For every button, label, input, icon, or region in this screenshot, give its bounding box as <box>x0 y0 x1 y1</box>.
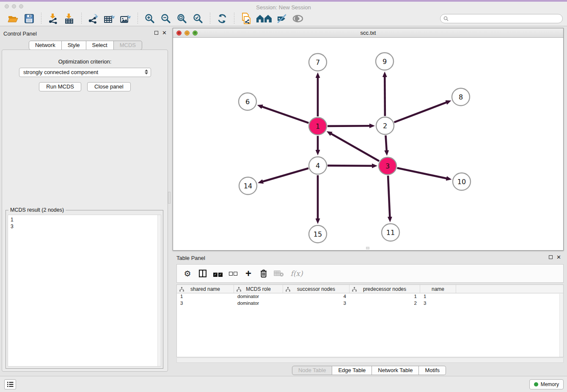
import-network-button[interactable] <box>47 12 60 25</box>
cell-name[interactable]: 1 <box>420 293 456 300</box>
tab-select[interactable]: Select <box>86 41 114 50</box>
hide-labels-button[interactable] <box>275 12 289 25</box>
node-15[interactable]: 15 <box>309 226 327 243</box>
close-panel-button[interactable]: Close panel <box>87 82 131 91</box>
app-window: Session: New Session <box>0 0 567 392</box>
memory-status-icon <box>534 382 538 386</box>
zoom-out-button[interactable] <box>159 12 173 25</box>
node-10[interactable]: 10 <box>453 173 471 190</box>
tab-mcds[interactable]: MCDS <box>114 41 142 50</box>
node-9[interactable]: 9 <box>376 53 394 70</box>
open-session-button[interactable] <box>6 12 20 25</box>
cell-mcds-role[interactable]: dominator <box>234 300 283 307</box>
column-header-predecessor-nodes[interactable]: predecessor nodes <box>350 285 420 293</box>
edge-1-6[interactable] <box>261 107 308 123</box>
toggle-column-panel-button[interactable] <box>196 267 209 280</box>
edge-1-2[interactable] <box>328 126 370 126</box>
table-row[interactable]: 3dominator323 <box>177 300 563 307</box>
export-network-button[interactable] <box>87 12 100 25</box>
cell-name[interactable]: 3 <box>420 300 456 307</box>
close-table-panel-icon[interactable]: ✕ <box>556 254 561 260</box>
select-all-columns-button[interactable]: ✓✓ <box>212 267 224 280</box>
node-label: 2 <box>383 122 387 130</box>
edge-4-14[interactable] <box>262 168 308 182</box>
tab-style[interactable]: Style <box>62 41 86 50</box>
edge-4-3[interactable] <box>328 166 373 166</box>
node-7[interactable]: 7 <box>309 54 327 71</box>
cell-successor-nodes[interactable]: 4 <box>283 293 350 300</box>
search-input[interactable] <box>440 14 563 23</box>
node-14[interactable]: 14 <box>239 177 257 195</box>
node-1[interactable]: 1 <box>309 118 327 135</box>
delete-table-button[interactable] <box>272 267 285 280</box>
cell-shared-name[interactable]: 1 <box>177 293 234 300</box>
cell-predecessor-nodes[interactable]: 2 <box>350 300 420 307</box>
tab-network-table[interactable]: Network Table <box>372 366 419 375</box>
add-column-button[interactable]: + <box>242 267 255 280</box>
edge-3-1[interactable] <box>330 133 379 161</box>
edge-2-8[interactable] <box>394 102 447 122</box>
run-mcds-button[interactable]: Run MCDS <box>39 82 81 91</box>
deselect-all-columns-button[interactable] <box>227 267 239 280</box>
new-network-from-selection-button[interactable] <box>239 12 253 25</box>
node-table: shared nameMCDS rolesuccessor nodesprede… <box>176 284 564 357</box>
tab-network[interactable]: Network <box>29 41 62 50</box>
edge-3-11[interactable] <box>388 176 390 218</box>
node-8[interactable]: 8 <box>452 88 470 106</box>
app-titlebar[interactable]: Session: New Session <box>0 2 567 11</box>
list-icon <box>7 381 14 387</box>
float-table-panel-icon[interactable] <box>549 255 553 259</box>
node-3[interactable]: 3 <box>379 157 396 175</box>
node-4[interactable]: 4 <box>309 157 327 174</box>
zoom-fit-button[interactable] <box>175 12 189 25</box>
edge-2-9[interactable] <box>385 76 385 116</box>
export-image-icon <box>120 13 132 24</box>
task-history-button[interactable] <box>4 379 16 389</box>
zoom-in-button[interactable] <box>143 12 157 25</box>
panel-splitter-grip[interactable] <box>168 192 171 204</box>
export-table-button[interactable] <box>103 12 116 25</box>
table-scrollbar[interactable] <box>559 294 563 357</box>
edge-3-10[interactable] <box>397 168 447 179</box>
tab-motifs[interactable]: Motifs <box>419 366 446 375</box>
tab-edge-table[interactable]: Edge Table <box>332 366 372 375</box>
network-window-titlebar[interactable]: × − + scc.txt <box>173 28 563 38</box>
node-6[interactable]: 6 <box>239 93 256 110</box>
zoom-selected-button[interactable] <box>191 12 205 25</box>
cell-successor-nodes[interactable]: 3 <box>283 300 350 307</box>
tab-node-table[interactable]: Node Table <box>292 366 333 375</box>
node-11[interactable]: 11 <box>382 224 399 241</box>
criterion-dropdown[interactable]: strongly connected component <box>19 68 151 77</box>
mcds-result-area[interactable]: 1 3 <box>8 215 161 367</box>
export-image-button[interactable] <box>119 12 132 25</box>
apply-layout-button[interactable] <box>215 12 229 25</box>
column-header-name[interactable]: name <box>420 285 456 293</box>
show-graphics-details-button[interactable] <box>291 12 305 25</box>
delete-column-button[interactable] <box>257 267 270 280</box>
edge-2-3[interactable] <box>385 135 386 151</box>
memory-button[interactable]: Memory <box>529 379 564 389</box>
table-hscroll-track[interactable] <box>176 358 564 363</box>
network-canvas[interactable]: 1234678910111415 <box>173 38 563 251</box>
network-resize-grip[interactable] <box>366 247 369 249</box>
save-session-button[interactable] <box>22 12 36 25</box>
column-header-shared-name[interactable]: shared name <box>177 285 234 293</box>
first-neighbors-button[interactable] <box>256 12 272 25</box>
column-header-label: name <box>432 286 444 292</box>
table-settings-button[interactable]: ⚙ <box>181 267 194 280</box>
cell-shared-name[interactable]: 3 <box>177 300 234 307</box>
node-label: 10 <box>457 178 466 186</box>
node-2[interactable]: 2 <box>376 117 394 135</box>
cell-mcds-role[interactable]: dominator <box>234 293 283 300</box>
float-panel-icon[interactable] <box>154 31 158 35</box>
import-table-button[interactable] <box>63 12 76 25</box>
cell-predecessor-nodes[interactable]: 1 <box>350 293 420 300</box>
function-builder-button[interactable]: f(x) <box>288 267 306 280</box>
node-label: 14 <box>244 182 252 190</box>
close-panel-icon[interactable]: ✕ <box>162 30 167 36</box>
table-panel: Table Panel ✕ ⚙ ✓✓ + <box>171 252 567 376</box>
column-header-mcds-role[interactable]: MCDS role <box>234 285 283 293</box>
result-scrollbar[interactable] <box>157 215 161 366</box>
table-row[interactable]: 1dominator411 <box>177 293 563 300</box>
column-header-successor-nodes[interactable]: successor nodes <box>283 285 350 293</box>
